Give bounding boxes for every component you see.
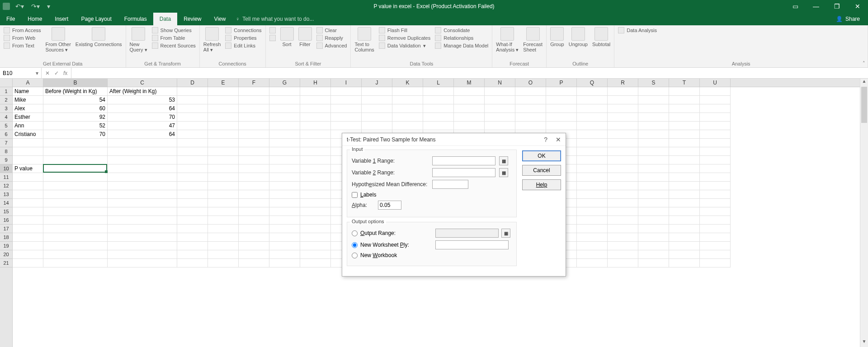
cell-E15[interactable]: [208, 207, 239, 216]
cell-S11[interactable]: [638, 173, 669, 182]
cell-C12[interactable]: [108, 182, 177, 190]
column-header-U[interactable]: U: [700, 79, 731, 87]
cell-R3[interactable]: [608, 104, 638, 113]
cell-D10[interactable]: [177, 164, 208, 173]
cell-F8[interactable]: [239, 147, 269, 156]
cell-H4[interactable]: [300, 113, 331, 122]
cell-O4[interactable]: [515, 113, 546, 122]
cell-I5[interactable]: [331, 122, 362, 130]
cell-G10[interactable]: [269, 164, 300, 173]
cell-B19[interactable]: [43, 242, 108, 250]
cell-U15[interactable]: [700, 207, 731, 216]
cell-L4[interactable]: [423, 113, 454, 122]
cell-E6[interactable]: [208, 130, 239, 139]
cell-R12[interactable]: [608, 182, 638, 190]
recent-sources-button[interactable]: Recent Sources: [152, 42, 196, 49]
cell-R15[interactable]: [608, 207, 638, 216]
cell-F17[interactable]: [239, 225, 269, 233]
cell-E5[interactable]: [208, 122, 239, 130]
cell-A16[interactable]: [13, 216, 43, 225]
cell-F19[interactable]: [239, 242, 269, 250]
help-icon[interactable]: ?: [544, 136, 547, 143]
cell-S16[interactable]: [638, 216, 669, 225]
share-button[interactable]: 👤 Share: [831, 13, 864, 25]
cell-T16[interactable]: [669, 216, 700, 225]
new-workbook-radio[interactable]: [352, 253, 358, 258]
cell-F16[interactable]: [239, 216, 269, 225]
cell-A7[interactable]: [13, 139, 43, 147]
relationships-button[interactable]: Relationships: [435, 35, 488, 41]
row-header-3[interactable]: 3: [0, 104, 12, 113]
cell-S21[interactable]: [638, 259, 669, 267]
cell-C1[interactable]: After (Weight in Kg): [108, 87, 177, 96]
cell-A13[interactable]: [13, 190, 43, 199]
cell-J1[interactable]: [362, 87, 392, 96]
cell-S20[interactable]: [638, 250, 669, 259]
cell-Q6[interactable]: [577, 130, 608, 139]
cell-H12[interactable]: [300, 182, 331, 190]
cell-C21[interactable]: [108, 259, 177, 267]
column-header-H[interactable]: H: [300, 79, 331, 87]
cell-Q16[interactable]: [577, 216, 608, 225]
existing-connections-button[interactable]: Existing Connections: [75, 27, 122, 47]
cell-G12[interactable]: [269, 182, 300, 190]
cell-C10[interactable]: [108, 164, 177, 173]
new-worksheet-input[interactable]: [435, 240, 509, 249]
var1-input[interactable]: [432, 156, 495, 165]
from-text-button[interactable]: From Text: [4, 42, 41, 49]
cell-B11[interactable]: [43, 173, 108, 182]
tab-data[interactable]: Data: [153, 13, 177, 25]
cell-H15[interactable]: [300, 207, 331, 216]
cell-E20[interactable]: [208, 250, 239, 259]
cell-C9[interactable]: [108, 156, 177, 164]
cell-G9[interactable]: [269, 156, 300, 164]
filter-button[interactable]: Filter: [298, 27, 312, 47]
cell-F7[interactable]: [239, 139, 269, 147]
tab-insert[interactable]: Insert: [48, 13, 75, 25]
cell-T10[interactable]: [669, 164, 700, 173]
cell-U4[interactable]: [700, 113, 731, 122]
cell-T11[interactable]: [669, 173, 700, 182]
cell-U5[interactable]: [700, 122, 731, 130]
cell-N2[interactable]: [485, 96, 515, 104]
cell-T15[interactable]: [669, 207, 700, 216]
row-header-14[interactable]: 14: [0, 199, 12, 207]
minimize-icon[interactable]: —: [806, 0, 826, 13]
cell-D9[interactable]: [177, 156, 208, 164]
cell-H16[interactable]: [300, 216, 331, 225]
cell-C20[interactable]: [108, 250, 177, 259]
row-header-16[interactable]: 16: [0, 216, 12, 225]
cell-G14[interactable]: [269, 199, 300, 207]
cell-E16[interactable]: [208, 216, 239, 225]
cell-D4[interactable]: [177, 113, 208, 122]
tab-review[interactable]: Review: [177, 13, 208, 25]
cell-Q11[interactable]: [577, 173, 608, 182]
var2-input[interactable]: [432, 168, 495, 177]
cell-U9[interactable]: [700, 156, 731, 164]
cell-F5[interactable]: [239, 122, 269, 130]
cell-C18[interactable]: [108, 233, 177, 242]
cell-G7[interactable]: [269, 139, 300, 147]
column-header-E[interactable]: E: [208, 79, 239, 87]
cell-G15[interactable]: [269, 207, 300, 216]
cell-U11[interactable]: [700, 173, 731, 182]
cell-E21[interactable]: [208, 259, 239, 267]
cell-Q10[interactable]: [577, 164, 608, 173]
advanced-filter-button[interactable]: Advanced: [316, 42, 347, 49]
cell-Q5[interactable]: [577, 122, 608, 130]
data-validation-button[interactable]: Data Validation ▾: [379, 42, 430, 49]
cell-E17[interactable]: [208, 225, 239, 233]
select-all-corner[interactable]: [0, 79, 13, 87]
cell-D17[interactable]: [177, 225, 208, 233]
column-header-O[interactable]: O: [515, 79, 546, 87]
tab-file[interactable]: File: [0, 13, 21, 25]
from-access-button[interactable]: From Access: [4, 27, 41, 33]
cell-H20[interactable]: [300, 250, 331, 259]
cell-O2[interactable]: [515, 96, 546, 104]
cell-Q20[interactable]: [577, 250, 608, 259]
cell-E4[interactable]: [208, 113, 239, 122]
cell-B17[interactable]: [43, 225, 108, 233]
cell-D12[interactable]: [177, 182, 208, 190]
cell-D11[interactable]: [177, 173, 208, 182]
cell-C15[interactable]: [108, 207, 177, 216]
